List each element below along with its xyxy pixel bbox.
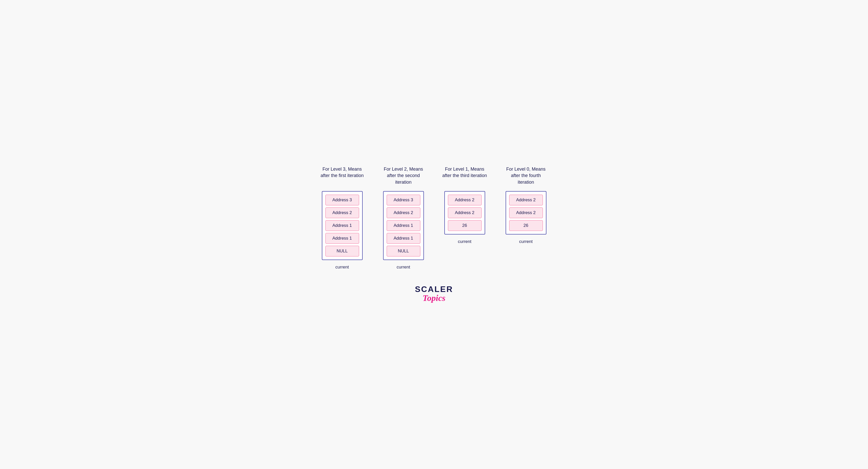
list-item: Address 1 (386, 220, 420, 231)
list-item: Address 1 (386, 233, 420, 244)
main-content: For Level 3, Means after the first itera… (281, 166, 587, 303)
list-item: 26 (448, 220, 482, 231)
diagram-level1: For Level 1, Means after the third itera… (442, 166, 488, 244)
current-label-level0: current (519, 239, 533, 244)
stack-level3: Address 3 Address 2 Address 1 Address 1 … (322, 191, 363, 260)
brand-topics: Topics (423, 293, 445, 303)
list-item: Address 2 (326, 207, 359, 218)
caption-level3: For Level 3, Means after the first itera… (319, 166, 365, 186)
caption-level2: For Level 2, Means after the second iter… (380, 166, 427, 186)
list-item: Address 2 (386, 207, 420, 218)
list-item: 26 (509, 220, 543, 231)
list-item: Address 2 (448, 207, 482, 218)
stack-level0: Address 2 Address 2 26 (505, 191, 547, 235)
caption-level0: For Level 0, Means after the fourth iter… (503, 166, 549, 186)
stack-level2: Address 3 Address 2 Address 1 Address 1 … (383, 191, 424, 260)
list-item: Address 2 (509, 207, 543, 218)
diagram-level0: For Level 0, Means after the fourth iter… (503, 166, 549, 244)
list-item: NULL (326, 246, 359, 257)
caption-level1: For Level 1, Means after the third itera… (442, 166, 488, 186)
stack-level1: Address 2 Address 2 26 (444, 191, 485, 235)
list-item: Address 2 (509, 195, 543, 205)
list-item: NULL (386, 246, 420, 257)
list-item: Address 1 (326, 233, 359, 244)
branding: SCALER Topics (415, 285, 453, 303)
diagrams-row: For Level 3, Means after the first itera… (281, 166, 587, 270)
brand-scaler: SCALER (415, 285, 453, 293)
diagram-level2: For Level 2, Means after the second iter… (380, 166, 427, 270)
list-item: Address 1 (326, 220, 359, 231)
diagram-level3: For Level 3, Means after the first itera… (319, 166, 365, 270)
current-label-level3: current (335, 265, 349, 270)
current-label-level2: current (397, 265, 410, 270)
current-label-level1: current (458, 239, 471, 244)
list-item: Address 3 (326, 195, 359, 205)
list-item: Address 2 (448, 195, 482, 205)
list-item: Address 3 (386, 195, 420, 205)
